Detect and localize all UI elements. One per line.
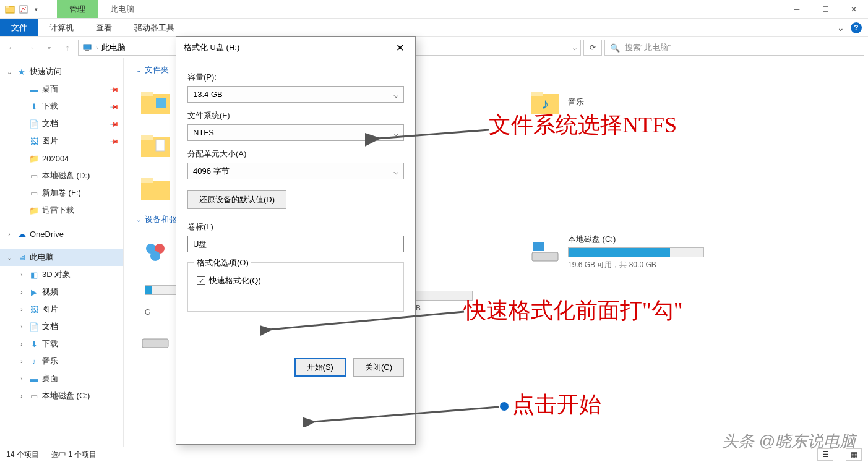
allocation-label: 分配单元大小(A) xyxy=(187,148,404,160)
chevron-down-icon: ⌄ xyxy=(136,216,141,223)
sidebar-documents[interactable]: 📄文档📌 xyxy=(0,115,123,132)
refresh-button[interactable]: ⟳ xyxy=(583,40,602,56)
chevron-down-icon[interactable]: ⌄ xyxy=(5,69,14,75)
svg-rect-12 xyxy=(141,135,153,140)
file-tab[interactable]: 文件 xyxy=(0,19,38,36)
quick-format-checkbox[interactable]: ✓ 快速格式化(Q) xyxy=(197,275,395,286)
svg-rect-6 xyxy=(141,92,153,96)
computer-tab[interactable]: 计算机 xyxy=(38,19,85,36)
3d-icon: ◧ xyxy=(28,269,40,280)
sidebar-music[interactable]: ›♪音乐 xyxy=(0,353,123,370)
label: 文档 xyxy=(42,321,58,332)
label: 本地磁盘 (C:) xyxy=(568,234,704,245)
address-row: ← → ▾ ↑ › 此电脑 ⌵ ⟳ 🔍 搜索"此电脑" xyxy=(0,37,868,58)
up-button[interactable]: ↑ xyxy=(59,40,75,56)
dialog-close-button[interactable]: ✕ xyxy=(392,42,408,54)
svg-rect-22 xyxy=(142,339,168,348)
ribbon-collapse-icon[interactable]: ⌄ xyxy=(837,23,844,33)
sidebar-xinjia-f[interactable]: ▭新加卷 (F:) xyxy=(0,184,123,202)
folder-icon xyxy=(139,129,172,162)
address-dropdown-icon[interactable]: ⌵ xyxy=(573,45,577,51)
drive-tools-tab[interactable]: 驱动器工具 xyxy=(123,19,186,36)
folder-icon xyxy=(139,172,172,205)
view-tab[interactable]: 查看 xyxy=(85,19,123,36)
sidebar-disk-c[interactable]: ›▭本地磁盘 (C:) xyxy=(0,387,123,404)
label: OneDrive xyxy=(30,229,64,239)
sidebar-videos[interactable]: ›▶视频 xyxy=(0,283,123,301)
chevron-down-icon: ⌄ xyxy=(136,67,141,74)
sidebar-downloads[interactable]: ⬇下载📌 xyxy=(0,98,123,115)
svg-rect-1 xyxy=(6,6,9,8)
restore-defaults-button[interactable]: 还原设备的默认值(D) xyxy=(187,190,286,209)
folder-icon: 📁 xyxy=(28,205,40,216)
close-button[interactable]: ✕ xyxy=(840,0,868,18)
capacity-select[interactable]: 13.4 GB xyxy=(187,86,404,103)
filesystem-select[interactable]: NTFS xyxy=(187,124,404,141)
divider xyxy=(48,4,48,15)
format-options-group: 格式化选项(O) ✓ 快速格式化(Q) xyxy=(187,262,404,312)
minimize-button[interactable]: ─ xyxy=(783,0,811,18)
annotation-start: 点击开始 xyxy=(512,390,601,420)
svg-rect-3 xyxy=(84,45,91,49)
explorer-icon xyxy=(5,4,15,14)
maximize-button[interactable]: ☐ xyxy=(811,0,840,18)
qat-dropdown-icon[interactable]: ▾ xyxy=(32,6,40,12)
downloads-icon: ⬇ xyxy=(28,338,40,349)
onedrive-icon: ☁ xyxy=(16,228,27,239)
back-button[interactable]: ← xyxy=(4,40,20,56)
sidebar-desktop-pc[interactable]: ›▬桌面 xyxy=(0,370,123,387)
grid-disk-c[interactable]: 本地磁盘 (C:) 19.6 GB 可用，共 80.0 GB xyxy=(526,230,718,273)
cancel-button[interactable]: 关闭(C) xyxy=(353,358,404,377)
sidebar-onedrive[interactable]: ›☁OneDrive xyxy=(0,225,123,242)
sidebar-xunlei[interactable]: 📁迅雷下载 xyxy=(0,202,123,219)
ribbon: 文件 计算机 查看 驱动器工具 ⌄ ? xyxy=(0,19,868,37)
pin-icon: 📌 xyxy=(110,136,119,146)
window-controls: ─ ☐ ✕ xyxy=(783,0,868,18)
label: 迅雷下载 xyxy=(42,205,74,216)
sidebar-quick-access[interactable]: ⌄ ★ 快速访问 xyxy=(0,63,123,80)
chevron-right-icon[interactable]: › xyxy=(5,231,14,237)
desktop-icon: ▬ xyxy=(28,83,40,95)
window-title: 此电脑 xyxy=(98,0,147,18)
sidebar-3d[interactable]: ›◧3D 对象 xyxy=(0,266,123,283)
sidebar-docs-pc[interactable]: ›📄文档 xyxy=(0,318,123,335)
svg-rect-7 xyxy=(156,98,166,108)
capacity-label: 容量(P): xyxy=(187,72,404,83)
recent-dropdown[interactable]: ▾ xyxy=(41,40,57,56)
label: 202004 xyxy=(42,154,69,163)
search-box[interactable]: 🔍 搜索"此电脑" xyxy=(604,40,864,56)
pc-icon: 🖥 xyxy=(16,252,27,263)
allocation-select[interactable]: 4096 字节 xyxy=(187,163,404,179)
start-button[interactable]: 开始(S) xyxy=(294,358,346,377)
sidebar-pictures[interactable]: 🖼图片📌 xyxy=(0,132,123,150)
properties-icon[interactable] xyxy=(19,4,28,14)
svg-rect-13 xyxy=(156,140,165,151)
help-icon[interactable]: ? xyxy=(851,22,862,33)
chevron-down-icon[interactable]: ⌄ xyxy=(5,254,14,261)
sidebar-downloads-pc[interactable]: ›⬇下载 xyxy=(0,335,123,353)
volume-label-input[interactable]: U盘 xyxy=(187,236,404,252)
label: 新加卷 (F:) xyxy=(42,187,81,199)
sidebar-this-pc[interactable]: ⌄🖥此电脑 xyxy=(0,249,123,266)
forward-button[interactable]: → xyxy=(22,40,38,56)
star-icon: ★ xyxy=(16,66,27,77)
chevron-right-icon: › xyxy=(96,45,98,51)
title-bar: ▾ 管理 此电脑 ─ ☐ ✕ xyxy=(0,0,868,19)
pc-icon xyxy=(82,43,92,53)
sidebar-desktop[interactable]: ▬桌面📌 xyxy=(0,80,123,98)
sidebar-disk-d[interactable]: ▭本地磁盘 (D:) xyxy=(0,167,123,184)
sidebar-pictures-pc[interactable]: ›🖼图片 xyxy=(0,301,123,318)
contextual-tabs: 管理 此电脑 xyxy=(57,0,147,18)
os-disk-icon xyxy=(528,235,562,268)
disk-icon: ▭ xyxy=(28,390,40,401)
svg-rect-4 xyxy=(85,50,89,51)
manage-tab[interactable]: 管理 xyxy=(57,0,98,18)
dialog-title: 格式化 U盘 (H:) xyxy=(184,42,239,53)
baidu-pan-icon xyxy=(139,235,172,268)
sidebar-202004[interactable]: 📁202004 xyxy=(0,150,123,167)
label: 桌面 xyxy=(42,83,58,95)
annotation-quickformat: 快速格式化前面打"勾" xyxy=(464,296,682,326)
quick-access-toolbar: ▾ xyxy=(0,4,57,15)
svg-rect-20 xyxy=(533,242,544,251)
documents-icon: 📄 xyxy=(28,321,40,332)
